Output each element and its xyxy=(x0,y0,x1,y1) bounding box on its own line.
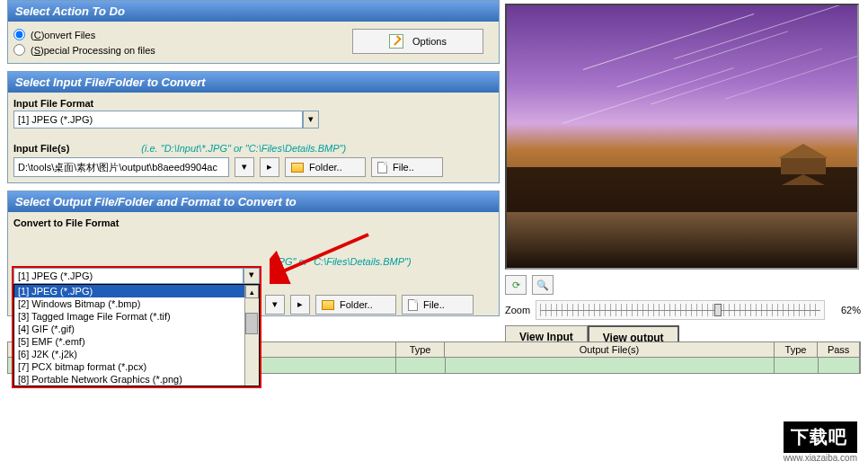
dd-option-1[interactable]: [1] JPEG (*.JPG) xyxy=(14,285,259,297)
input-hint: (i.e. "D:\Input\*.JPG" or "C:\Files\Deta… xyxy=(141,143,346,154)
dropdown-selected[interactable]: [1] JPEG (*.JPG) xyxy=(13,268,244,284)
options-button[interactable]: Options xyxy=(352,29,483,54)
col-pass: Pass xyxy=(818,342,860,357)
panel-output-title: Select Output File/Folder and Format to … xyxy=(8,191,499,212)
panel-input: Select Input File/Folder to Convert Inpu… xyxy=(7,71,500,183)
input-folder-button[interactable]: Folder.. xyxy=(285,157,366,177)
folder-icon xyxy=(322,300,334,310)
zoom-tool-button[interactable]: 🔍 xyxy=(532,275,554,295)
zoom-label: Zoom xyxy=(505,305,530,315)
preview-image xyxy=(505,4,859,270)
scroll-up-icon[interactable]: ▴ xyxy=(245,285,259,298)
zoom-knob[interactable] xyxy=(714,304,722,316)
dropdown-scrollbar[interactable]: ▴ xyxy=(244,285,259,386)
dd-option-6[interactable]: [6] J2K (*.j2k) xyxy=(14,348,259,360)
dd-option-8[interactable]: [8] Portable Network Graphics (*.png) xyxy=(14,373,259,386)
output-path-play[interactable]: ▸ xyxy=(290,295,310,315)
input-format-arrow[interactable]: ▾ xyxy=(303,111,319,129)
dd-option-5[interactable]: [5] EMF (*.emf) xyxy=(14,335,259,348)
output-hint: .JPG" or "C:\Files\Details.BMP") xyxy=(270,256,412,267)
dd-option-3[interactable]: [3] Tagged Image File Format (*.tif) xyxy=(14,310,259,323)
col-output: Output File(s) xyxy=(445,342,774,357)
file-icon xyxy=(408,299,418,311)
dd-option-4[interactable]: [4] GIF (*.gif) xyxy=(14,323,259,335)
input-format-combo[interactable]: ▾ xyxy=(13,111,319,129)
output-path-dropdown[interactable]: ▾ xyxy=(265,295,285,315)
input-path-play[interactable]: ▸ xyxy=(260,157,279,177)
input-files-label: Input File(s) xyxy=(13,143,69,154)
radio-convert-input[interactable] xyxy=(13,29,25,40)
input-format-value[interactable] xyxy=(13,111,303,129)
panel-input-title: Select Input File/Folder to Convert xyxy=(8,72,499,93)
panel-action-title: Select Action To Do xyxy=(8,1,499,22)
zoom-slider[interactable] xyxy=(536,300,825,320)
zoom-value: 62% xyxy=(830,305,861,315)
dropdown-arrow[interactable]: ▾ xyxy=(244,268,260,284)
col-type1: Type xyxy=(396,342,445,357)
refresh-icon: ⟳ xyxy=(512,279,520,291)
refresh-button[interactable]: ⟳ xyxy=(505,275,527,295)
scroll-thumb[interactable] xyxy=(245,313,258,334)
input-path-dropdown[interactable]: ▾ xyxy=(235,157,254,177)
output-folder-button[interactable]: Folder.. xyxy=(315,295,396,315)
output-file-button[interactable]: File.. xyxy=(402,295,474,315)
options-icon xyxy=(389,34,403,49)
watermark-url: www.xiazaiba.com xyxy=(784,453,857,463)
col-type2: Type xyxy=(775,342,819,357)
input-file-button[interactable]: File.. xyxy=(371,157,443,177)
output-format-label: Convert to File Format xyxy=(13,217,493,228)
options-label: Options xyxy=(412,36,447,47)
format-dropdown-open: [1] JPEG (*.JPG) ▾ [1] JPEG (*.JPG) [2] … xyxy=(12,266,261,388)
dd-option-7[interactable]: [7] PCX bitmap format (*.pcx) xyxy=(14,360,259,373)
dd-option-2[interactable]: [2] Windows Bitmap (*.bmp) xyxy=(14,297,259,310)
input-path-field[interactable] xyxy=(13,157,229,177)
watermark-logo: 下载吧 xyxy=(784,421,857,453)
input-format-label: Input File Format xyxy=(13,98,493,109)
zoom-icon: 🔍 xyxy=(536,279,549,291)
folder-icon xyxy=(291,163,304,173)
file-icon xyxy=(377,162,387,173)
watermark: 下载吧 www.xiazaiba.com xyxy=(784,421,857,463)
radio-special-input[interactable] xyxy=(13,44,25,56)
